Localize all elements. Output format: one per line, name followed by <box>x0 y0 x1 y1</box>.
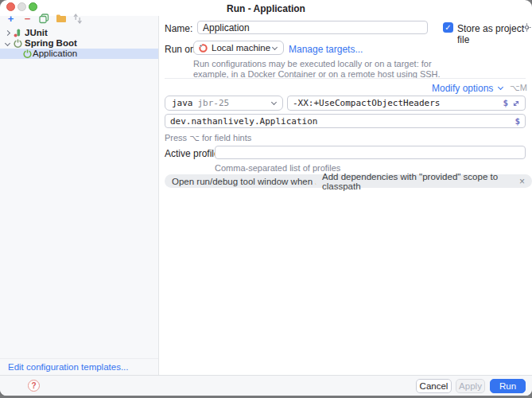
tree-item-label: Spring Boot <box>25 38 77 49</box>
sidebar-toolbar: + − <box>5 11 83 25</box>
run-button[interactable]: Run <box>490 379 526 393</box>
store-as-project-file-label: Store as project file <box>457 23 532 45</box>
chevron-down-icon <box>272 44 278 49</box>
modify-options-link[interactable]: Modify options <box>432 83 493 94</box>
tree-item-application[interactable]: Application <box>0 49 158 59</box>
sort-configurations-icon <box>72 13 83 25</box>
run-on-value: Local machine <box>212 43 270 53</box>
chevron-down-icon <box>498 84 503 90</box>
tree-item-junit[interactable]: JUnit <box>0 28 158 38</box>
remove-chip-icon[interactable]: × <box>519 177 525 186</box>
run-configuration-dialog: Run - Application + − JUnit <box>0 0 532 396</box>
store-as-project-file-checkbox[interactable]: ✓ <box>443 22 453 33</box>
main-class-field[interactable]: dev.nathanlively.Application $ <box>165 114 526 128</box>
vm-options-value: -XX:+UseCompactObjectHeaders <box>293 98 499 108</box>
help-button[interactable]: ? <box>28 380 40 392</box>
insert-macro-icon[interactable]: $ <box>515 116 520 127</box>
main-class-value: dev.nathanlively.Application <box>170 116 511 127</box>
remove-configuration-icon[interactable]: − <box>21 13 33 25</box>
vm-options-field[interactable]: -XX:+UseCompactObjectHeaders $ <box>287 96 526 111</box>
configurations-sidebar: + − JUnit <box>0 16 159 375</box>
new-folder-icon[interactable] <box>55 13 67 25</box>
section-divider <box>165 78 526 79</box>
jre-version: jbr-25 <box>198 98 230 108</box>
configurations-tree: JUnit Spring Boot Application <box>0 28 158 59</box>
edit-configuration-templates-link[interactable]: Edit configuration templates... <box>8 362 129 372</box>
edit-templates-bar: Edit configuration templates... <box>0 358 158 375</box>
run-on-help-line1: Run configurations may be executed local… <box>193 59 432 68</box>
add-configuration-icon[interactable]: + <box>5 13 17 25</box>
tree-item-label: Application <box>33 49 77 59</box>
configuration-form: Name: ✓ Store as project file Run on: Lo… <box>160 16 532 375</box>
field-hints-text: Press ⌥ for field hints <box>165 133 251 143</box>
jre-select[interactable]: java jbr-25 <box>165 96 283 111</box>
cancel-button[interactable]: Cancel <box>416 379 452 393</box>
chevron-right-icon[interactable] <box>5 30 10 36</box>
modify-options-shortcut: ⌥M <box>510 83 527 93</box>
tree-item-label: JUnit <box>25 28 48 38</box>
option-chip-provided-scope[interactable]: Add dependencies with "provided" scope t… <box>315 174 532 188</box>
dialog-footer: ? Cancel Apply Run <box>0 375 532 396</box>
copy-configuration-icon[interactable] <box>38 13 50 25</box>
chevron-down-icon[interactable] <box>5 41 10 46</box>
spring-boot-icon <box>14 39 22 48</box>
insert-macro-icon[interactable]: $ <box>503 98 508 108</box>
store-options-gear-icon[interactable] <box>522 23 531 32</box>
local-machine-target-icon <box>199 44 208 53</box>
jre-name: java <box>172 98 193 108</box>
active-profiles-input[interactable] <box>215 146 526 159</box>
chevron-down-icon <box>271 100 277 105</box>
manage-targets-link[interactable]: Manage targets... <box>289 44 363 55</box>
expand-field-icon[interactable] <box>512 100 520 107</box>
apply-button: Apply <box>456 379 485 393</box>
run-on-select[interactable]: Local machine <box>193 41 284 55</box>
name-label: Name: <box>165 23 192 34</box>
chip-label: Add dependencies with "provided" scope t… <box>322 172 515 191</box>
tree-item-spring-boot[interactable]: Spring Boot <box>0 38 158 49</box>
spring-boot-run-icon <box>23 49 32 58</box>
name-input[interactable] <box>197 21 428 34</box>
junit-icon <box>14 29 22 37</box>
